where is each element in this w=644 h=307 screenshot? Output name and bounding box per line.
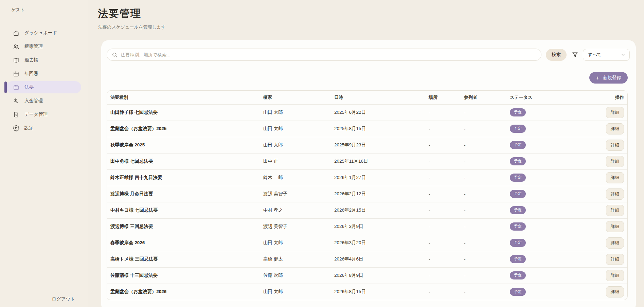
detail-button[interactable]: 詳細: [606, 221, 624, 232]
status-badge: 予定: [510, 271, 526, 279]
table-row: 春季彼岸会 2026 山田 太郎 2026年3月20日 - - 予定 詳細: [107, 235, 627, 251]
detail-button[interactable]: 詳細: [606, 237, 624, 249]
table-row: 盂蘭盆会（お盆法要）2026 山田 太郎 2026年8月15日 - - 予定 詳…: [107, 284, 627, 300]
table-row: 山田静子様 七回忌法要 山田 太郎 2025年6月22日 - - 予定 詳細: [107, 104, 627, 121]
detail-button[interactable]: 詳細: [606, 172, 624, 183]
calendar-icon: [13, 71, 19, 77]
services-table: 法要種別 檀家 日時 場所 参列者 ステータス 操作 山田静子様 七回忌法要 山…: [107, 90, 628, 300]
service-name: 高橋トメ様 三回忌法要: [107, 251, 260, 267]
service-attendees: -: [461, 137, 506, 153]
service-date: 2026年3月20日: [331, 235, 425, 251]
status-filter-select[interactable]: すべて: [583, 49, 630, 61]
service-place: -: [425, 235, 461, 251]
service-date: 2026年3月9日: [331, 218, 425, 235]
danka-name: 中村 孝之: [260, 202, 331, 218]
sidebar-item-1[interactable]: 檀家管理: [6, 40, 81, 53]
sidebar-item-3[interactable]: 年回忌: [6, 68, 81, 80]
service-date: 2025年9月23日: [331, 137, 425, 153]
sidebar-item-5[interactable]: 入金管理: [6, 95, 81, 107]
plus-icon: +: [596, 75, 599, 81]
detail-button[interactable]: 詳細: [606, 188, 624, 200]
service-date: 2026年2月15日: [331, 202, 425, 218]
table-row: 高橋トメ様 三回忌法要 高橋 健太 2026年4月6日 - - 予定 詳細: [107, 251, 627, 267]
service-date: 2025年11月16日: [331, 153, 425, 169]
sidebar-item-label: 檀家管理: [24, 43, 43, 50]
table-row: 秋季彼岸会 2025 山田 太郎 2025年9月23日 - - 予定 詳細: [107, 137, 627, 153]
coins-icon: [13, 98, 19, 104]
service-name: 盂蘭盆会（お盆法要）2025: [107, 121, 260, 137]
service-place: -: [425, 186, 461, 202]
service-attendees: -: [461, 235, 506, 251]
sidebar-item-7[interactable]: 設定: [6, 122, 81, 134]
service-name: 山田静子様 七回忌法要: [107, 104, 260, 121]
service-name: 渡辺博様 三回忌法要: [107, 218, 260, 235]
service-name: 盂蘭盆会（お盆法要）2026: [107, 284, 260, 300]
book-icon: [13, 57, 19, 64]
service-date: 2025年8月15日: [331, 121, 425, 137]
service-name: 佐藤清様 十三回忌法要: [107, 267, 260, 284]
service-place: -: [425, 218, 461, 235]
danka-name: 鈴木 一郎: [260, 169, 331, 186]
detail-button[interactable]: 詳細: [606, 205, 624, 216]
sidebar-nav: ダッシュボード 檀家管理 過去帳 年回忌 法要 入金管理 データ管理 設定: [0, 27, 87, 134]
service-name: 渡辺博様 月命日法要: [107, 186, 260, 202]
sidebar-item-label: 法要: [24, 84, 34, 90]
search-button[interactable]: 検索: [546, 49, 567, 61]
status-badge: 予定: [510, 125, 526, 133]
sidebar-item-4[interactable]: 法要: [6, 81, 81, 93]
sidebar-item-label: 設定: [24, 125, 34, 131]
page-subtitle: 法要のスケジュールを管理します: [98, 24, 644, 30]
sidebar-item-0[interactable]: ダッシュボード: [6, 27, 81, 39]
status-badge: 予定: [510, 157, 526, 165]
detail-button[interactable]: 詳細: [606, 107, 624, 118]
danka-name: 田中 正: [260, 153, 331, 169]
table-row: 鈴木正雄様 四十九日法要 鈴木 一郎 2026年1月27日 - - 予定 詳細: [107, 169, 627, 186]
service-attendees: -: [461, 104, 506, 121]
col-header-attendees: 参列者: [461, 91, 506, 104]
detail-button[interactable]: 詳細: [606, 286, 624, 297]
gear-icon: [13, 125, 19, 131]
sidebar-item-2[interactable]: 過去帳: [6, 54, 81, 66]
service-date: 2025年6月22日: [331, 104, 425, 121]
danka-name: 山田 太郎: [260, 235, 331, 251]
detail-button[interactable]: 詳細: [606, 140, 624, 151]
table-row: 渡辺博様 三回忌法要 渡辺 美智子 2026年3月9日 - - 予定 詳細: [107, 218, 627, 235]
service-place: -: [425, 267, 461, 284]
status-badge: 予定: [510, 190, 526, 198]
service-name: 中村キヨ様 七回忌法要: [107, 202, 260, 218]
sidebar-item-label: 入金管理: [24, 98, 43, 104]
sidebar-item-label: 年回忌: [24, 71, 38, 77]
danka-name: 高橋 健太: [260, 251, 331, 267]
page-title: 法要管理: [98, 7, 644, 21]
new-registration-button[interactable]: + 新規登録: [589, 72, 628, 84]
content-card: 検索 すべて + 新規登録: [101, 40, 636, 307]
detail-button[interactable]: 詳細: [606, 270, 624, 281]
detail-button[interactable]: 詳細: [606, 156, 624, 167]
search-icon: [112, 52, 118, 58]
service-date: 2026年4月6日: [331, 251, 425, 267]
service-attendees: -: [461, 267, 506, 284]
home-icon: [13, 30, 19, 36]
new-registration-label: 新規登録: [603, 75, 621, 81]
detail-button[interactable]: 詳細: [606, 123, 624, 134]
status-filter-value: すべて: [588, 52, 602, 58]
calendar-icon: [13, 84, 19, 91]
logout-button[interactable]: ログアウト: [52, 296, 75, 302]
table-row: 中村キヨ様 七回忌法要 中村 孝之 2026年2月15日 - - 予定 詳細: [107, 202, 627, 218]
status-badge: 予定: [510, 239, 526, 247]
sidebar-item-6[interactable]: データ管理: [6, 108, 81, 121]
danka-name: 渡辺 美智子: [260, 186, 331, 202]
table-row: 田中勇様 七回忌法要 田中 正 2025年11月16日 - - 予定 詳細: [107, 153, 627, 169]
search-box: [107, 49, 541, 61]
sidebar-item-label: 過去帳: [24, 57, 38, 63]
col-header-datetime: 日時: [331, 91, 425, 104]
detail-button[interactable]: 詳細: [606, 254, 624, 265]
search-input[interactable]: [121, 52, 536, 57]
col-header-actions: 操作: [578, 91, 627, 104]
main-content: 法要管理 法要のスケジュールを管理します 検索 すべて: [87, 0, 644, 307]
col-header-service-type: 法要種別: [107, 91, 260, 104]
service-place: -: [425, 137, 461, 153]
service-attendees: -: [461, 121, 506, 137]
service-attendees: -: [461, 251, 506, 267]
service-attendees: -: [461, 153, 506, 169]
